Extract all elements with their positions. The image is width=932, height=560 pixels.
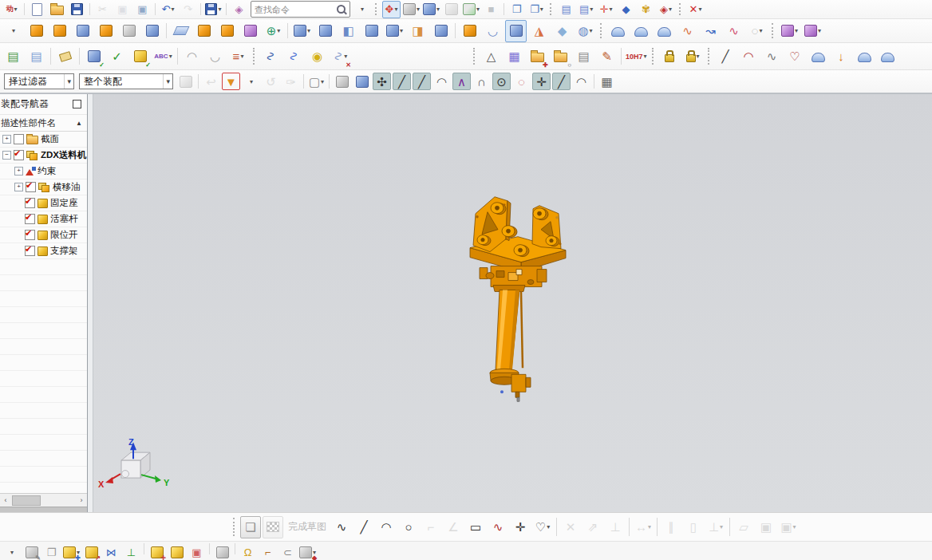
- curve-line-button[interactable]: ╱: [715, 45, 737, 68]
- fit-tolerance-button[interactable]: 10H7▾: [625, 45, 648, 68]
- sketch-point-button[interactable]: ✛: [510, 516, 531, 538]
- more-features-button[interactable]: ▾: [2, 20, 24, 42]
- chevron-down-icon[interactable]: ▾: [590, 6, 593, 13]
- chevron-down-icon[interactable]: ▾: [400, 27, 403, 34]
- chevron-down-icon[interactable]: ▾: [10, 549, 14, 556]
- finish-sketch-button[interactable]: [263, 516, 283, 538]
- sketch-trim-button[interactable]: ✕: [560, 516, 581, 538]
- gc-brush-dimension-button[interactable]: ✎: [596, 45, 618, 68]
- paste-button[interactable]: ▣: [133, 1, 152, 18]
- lock-button[interactable]: [659, 45, 681, 68]
- grid-snap-button[interactable]: ▦: [598, 73, 616, 90]
- snap-pole-button[interactable]: ∧: [452, 73, 471, 90]
- sketch-line-button[interactable]: ╱: [353, 516, 374, 538]
- chevron-down-icon[interactable]: ▾: [12, 27, 15, 34]
- dome-button[interactable]: ◍▾: [575, 20, 596, 42]
- tree-item-ZDX送料机[interactable]: −ZDX送料机: [0, 148, 87, 164]
- chevron-down-icon[interactable]: ▾: [277, 27, 280, 34]
- show-only-button[interactable]: ◈▾: [657, 1, 675, 18]
- gc-table-button[interactable]: ▦: [504, 45, 525, 68]
- selection-filter-combo[interactable]: 择过滤器▾: [4, 73, 74, 89]
- chevron-down-icon[interactable]: ▾: [250, 78, 253, 85]
- component-checkbox[interactable]: [14, 150, 24, 160]
- chevron-down-icon[interactable]: ▾: [669, 6, 672, 13]
- command-finder-input[interactable]: [253, 4, 334, 15]
- open-button[interactable]: [48, 1, 66, 18]
- inferred-constraints-button[interactable]: ▣▾: [778, 516, 799, 538]
- arrangement-button[interactable]: ▣: [188, 543, 206, 560]
- attribute-tag-button[interactable]: [54, 45, 76, 68]
- pattern-feature-button[interactable]: [216, 20, 238, 42]
- chevron-down-icon[interactable]: ▾: [795, 27, 798, 34]
- varied-sweep-button[interactable]: ∿: [677, 20, 698, 42]
- examine-geometry-button[interactable]: ✓: [83, 45, 105, 68]
- surface-trim-button[interactable]: [854, 45, 875, 68]
- exploded-view-button[interactable]: [213, 543, 231, 560]
- revolve-button[interactable]: [49, 20, 70, 42]
- tree-item-支撑架[interactable]: 支撑架: [0, 243, 87, 259]
- scroll-left-arrow[interactable]: ‹: [0, 496, 11, 504]
- find-component-button[interactable]: ✎: [22, 543, 41, 560]
- snap-endpoint-button[interactable]: ╱: [393, 73, 411, 90]
- snap-center-button[interactable]: ⊙: [492, 73, 511, 90]
- constraint-display-button[interactable]: ⊥▾: [705, 516, 726, 538]
- tree-item-约束[interactable]: +约束: [0, 164, 87, 179]
- coil-button[interactable]: ◉: [306, 45, 328, 68]
- pattern-component-button[interactable]: [168, 543, 186, 560]
- rename-abc-button[interactable]: ABC▾: [152, 45, 174, 68]
- snap-tangent-button[interactable]: ◠: [432, 73, 451, 90]
- panel-float-box[interactable]: [73, 100, 81, 108]
- ruled-surface-button[interactable]: [607, 20, 629, 42]
- command-finder-options-button[interactable]: ▾: [353, 1, 371, 18]
- component-checkbox[interactable]: [25, 230, 35, 240]
- reset-filter-button[interactable]: ↺: [262, 73, 280, 90]
- sketch-extend-button[interactable]: ⇗: [582, 516, 603, 538]
- panel-splitter[interactable]: [88, 94, 93, 512]
- chevron-down-icon[interactable]: ▾: [394, 6, 397, 13]
- tree-item-固定座[interactable]: 固定座: [0, 195, 87, 211]
- chevron-down-icon[interactable]: ▾: [218, 6, 221, 13]
- edge-blend-button[interactable]: [459, 20, 480, 42]
- gc-triangle-button[interactable]: △: [480, 45, 502, 68]
- tree-item-截面[interactable]: +截面: [0, 132, 87, 148]
- pocket-button[interactable]: [141, 20, 163, 42]
- chevron-down-icon[interactable]: ▾: [720, 523, 723, 530]
- render-style-button[interactable]: ▾: [422, 1, 440, 18]
- filter-options-button[interactable]: ▾: [242, 73, 260, 90]
- through-curves-button[interactable]: [630, 20, 652, 42]
- offset-face-button[interactable]: ◨: [407, 20, 428, 42]
- repeat-command-button[interactable]: ▾: [204, 1, 223, 18]
- start-menu-button[interactable]: 动▾: [2, 1, 21, 18]
- shade-face-button[interactable]: [353, 73, 371, 90]
- more-assembly-button[interactable]: ▾: [2, 543, 21, 560]
- move-face-button[interactable]: ▾: [779, 20, 800, 42]
- weld-gun-button[interactable]: ⌐: [259, 543, 277, 560]
- chevron-down-icon[interactable]: ▾: [436, 6, 440, 13]
- expand-icon[interactable]: +: [14, 167, 23, 175]
- highlight-face-button[interactable]: [333, 73, 351, 90]
- assembly-constraints-button[interactable]: ⊥: [122, 543, 140, 560]
- chevron-down-icon[interactable]: ▾: [321, 78, 324, 85]
- chevron-down-icon[interactable]: ▾: [793, 523, 796, 530]
- spring-button[interactable]: ∿: [283, 45, 305, 68]
- snap-point-on-surface-button[interactable]: ◠: [572, 73, 590, 90]
- chevron-down-icon[interactable]: ▾: [540, 6, 543, 13]
- panel-horizontal-scrollbar[interactable]: ‹ ›: [0, 493, 87, 507]
- sketch-task-button[interactable]: ❏: [240, 516, 261, 538]
- rib-button[interactable]: [118, 20, 140, 42]
- edit-object-display-button[interactable]: ▤▾: [577, 1, 595, 18]
- selection-scope-combo[interactable]: 整个装配▾: [79, 73, 173, 89]
- sketch-rectangle-button[interactable]: ▭: [465, 516, 486, 538]
- component-group-button[interactable]: ◆▾: [298, 543, 317, 560]
- interrupt-button[interactable]: ✕▾: [686, 1, 705, 18]
- geometric-constraints-button[interactable]: ∥: [661, 516, 681, 538]
- curve-arc-button[interactable]: ◠: [738, 45, 760, 68]
- chevron-down-icon[interactable]: ▾: [417, 6, 420, 13]
- sketch-profile-button[interactable]: ∿: [331, 516, 352, 538]
- gc-note-button[interactable]: ▤: [573, 45, 594, 68]
- extrude-button[interactable]: [26, 20, 47, 42]
- tree-item-限位开[interactable]: 限位开: [0, 227, 87, 243]
- component-checkbox[interactable]: [25, 214, 35, 224]
- collapse-icon[interactable]: −: [2, 151, 11, 160]
- feature-list-button[interactable]: ▤: [26, 45, 47, 68]
